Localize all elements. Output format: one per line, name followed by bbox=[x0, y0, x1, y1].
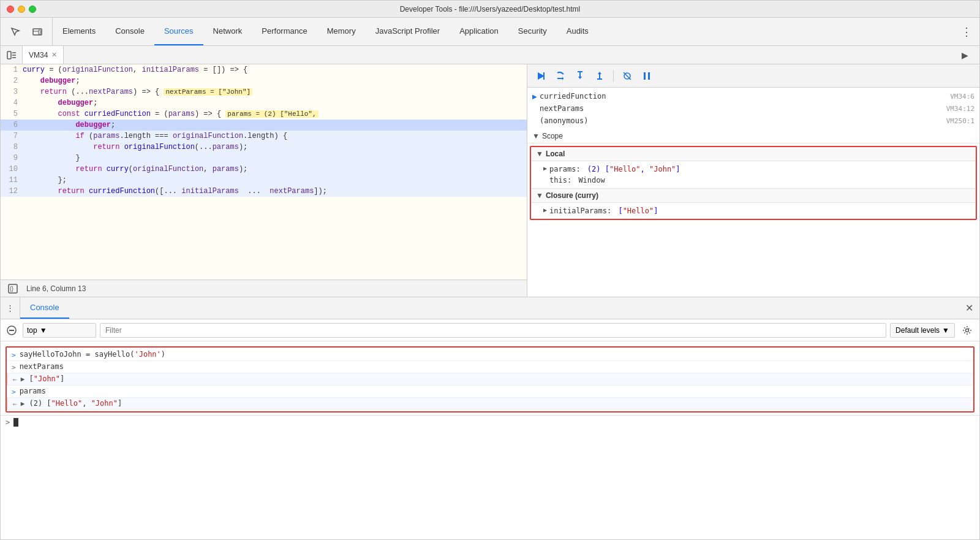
console-entry-text-4: ▶ (2) ["Hello", "John"] bbox=[21, 399, 968, 408]
closure-scope-header[interactable]: ▼ Closure (curry) bbox=[531, 188, 976, 203]
context-selector[interactable]: top ▼ bbox=[23, 323, 96, 338]
debugger-separator-1 bbox=[613, 70, 614, 82]
code-line-3: 3 return (...nextParams) => { nextParams… bbox=[1, 86, 527, 97]
console-tab-bar: ⋮ Console ✕ bbox=[1, 297, 979, 319]
svg-point-25 bbox=[966, 329, 969, 332]
tab-audits[interactable]: Audits bbox=[557, 18, 598, 45]
step-over-button[interactable] bbox=[552, 67, 569, 85]
main-content: VM34 ✕ ▶ 1 curry = (originalFunction, in… bbox=[1, 46, 979, 539]
tab-elements[interactable]: Elements bbox=[53, 18, 105, 45]
local-scope-arrow: ▼ bbox=[536, 150, 543, 158]
code-line-11: 11 }; bbox=[1, 175, 527, 186]
step-into-button[interactable] bbox=[571, 67, 589, 85]
close-button[interactable] bbox=[7, 6, 14, 13]
call-stack-item-1[interactable]: ▶ nextParams VM34:12 bbox=[527, 102, 979, 115]
minimize-button[interactable] bbox=[18, 6, 25, 13]
svg-text:{}: {} bbox=[10, 286, 13, 292]
svg-rect-3 bbox=[7, 51, 11, 59]
closure-scope-title: Closure (curry) bbox=[546, 191, 598, 200]
code-line-12: 12 return curriedFunction([... initialPa… bbox=[1, 186, 527, 197]
deactivate-breakpoints-button[interactable] bbox=[619, 67, 636, 85]
tab-sources[interactable]: Sources bbox=[154, 18, 203, 45]
devtools-window: Developer Tools - file:///Users/yazeed/D… bbox=[0, 0, 980, 540]
local-scope-header[interactable]: ▼ Local bbox=[531, 147, 976, 161]
console-red-border-section: > sayHelloToJohn = sayHello('John') > ne… bbox=[6, 346, 974, 413]
code-lines[interactable]: 1 curry = (originalFunction, initialPara… bbox=[1, 64, 527, 280]
console-filter-input[interactable] bbox=[100, 323, 886, 338]
console-entry-arrow-4: ← bbox=[13, 399, 17, 408]
cursor-position: Line 6, Column 13 bbox=[26, 284, 86, 293]
scope-red-border: ▼ Local ▶ params: (2) ["Hello", "John"] … bbox=[530, 146, 977, 220]
code-line-9: 9 } bbox=[1, 153, 527, 164]
scope-params-item[interactable]: ▶ params: (2) ["Hello", "John"] bbox=[531, 164, 976, 175]
console-entry-arrow-3: > bbox=[12, 387, 16, 396]
resume-button[interactable] bbox=[532, 67, 549, 85]
console-input-line[interactable]: > bbox=[1, 415, 979, 429]
console-filter-bar: top ▼ Default levels ▼ bbox=[1, 319, 979, 341]
svg-rect-22 bbox=[648, 72, 650, 80]
maximize-button[interactable] bbox=[29, 6, 36, 13]
call-stack-name-1: nextParams bbox=[540, 104, 946, 113]
code-panel: 1 curry = (originalFunction, initialPara… bbox=[1, 64, 527, 297]
tab-application[interactable]: Application bbox=[450, 18, 508, 45]
show-snippets-button[interactable]: ▶ bbox=[955, 46, 974, 65]
call-stack-item-2[interactable]: ▶ (anonymous) VM250:1 bbox=[527, 115, 979, 127]
console-cursor bbox=[13, 418, 18, 427]
scope-initialparams-arrow: ▶ bbox=[543, 207, 547, 213]
code-line-1: 1 curry = (originalFunction, initialPara… bbox=[1, 64, 527, 75]
scope-collapse-arrow: ▼ bbox=[532, 132, 540, 140]
console-entry-2[interactable]: ← ▶ ["John"] bbox=[7, 373, 973, 386]
tab-console[interactable]: Console bbox=[105, 18, 154, 45]
console-tab[interactable]: Console bbox=[20, 297, 69, 319]
closure-scope-arrow: ▼ bbox=[536, 191, 543, 200]
closure-scope-content: ▶ initialParams: ["Hello"] bbox=[531, 203, 976, 219]
file-tab-right: ▶ bbox=[950, 46, 979, 64]
tab-javascript-profiler[interactable]: JavaScript Profiler bbox=[366, 18, 450, 45]
code-line-8: 8 return originalFunction(...params); bbox=[1, 142, 527, 153]
device-toolbar-button[interactable] bbox=[28, 22, 47, 42]
console-entry-arrow-0: > bbox=[12, 350, 16, 359]
svg-rect-1 bbox=[39, 30, 40, 34]
console-output[interactable]: > sayHelloToJohn = sayHello('John') > ne… bbox=[1, 341, 979, 539]
inspect-element-button[interactable] bbox=[6, 22, 25, 42]
svg-line-20 bbox=[624, 72, 631, 80]
scope-this-item[interactable]: ▶ this: Window bbox=[531, 175, 976, 186]
call-stack-loc-2: VM250:1 bbox=[946, 117, 974, 125]
close-tab-button[interactable]: ✕ bbox=[51, 51, 57, 59]
local-scope-title: Local bbox=[546, 150, 565, 158]
call-stack-item-0[interactable]: ▶ curriedFunction VM34:6 bbox=[527, 90, 979, 102]
console-entry-arrow-2: ← bbox=[13, 375, 17, 384]
tab-network[interactable]: Network bbox=[203, 18, 252, 45]
code-line-5: 5 const curriedFunction = (params) => { … bbox=[1, 108, 527, 120]
more-tabs-button[interactable]: ⋮ bbox=[954, 18, 979, 45]
traffic-lights bbox=[7, 6, 36, 13]
console-entry-4[interactable]: ← ▶ (2) ["Hello", "John"] bbox=[7, 398, 973, 410]
console-prompt-arrow: > bbox=[6, 418, 10, 427]
call-stack-loc-0: VM34:6 bbox=[950, 93, 974, 101]
console-entry-text-3: params bbox=[20, 387, 968, 395]
tab-security[interactable]: Security bbox=[508, 18, 557, 45]
title-bar: Developer Tools - file:///Users/yazeed/D… bbox=[1, 1, 979, 18]
levels-dropdown-arrow: ▼ bbox=[942, 326, 949, 335]
nav-icons bbox=[1, 18, 53, 45]
scope-initialparams-item[interactable]: ▶ initialParams: ["Hello"] bbox=[531, 205, 976, 216]
console-entry-1[interactable]: > nextParams bbox=[7, 361, 973, 373]
close-console-button[interactable]: ✕ bbox=[959, 297, 979, 319]
svg-rect-10 bbox=[543, 72, 545, 80]
tab-memory[interactable]: Memory bbox=[317, 18, 366, 45]
console-drawer-menu[interactable]: ⋮ bbox=[1, 297, 20, 319]
pretty-print-icon[interactable]: {} bbox=[7, 283, 19, 295]
code-line-7: 7 if (params.length === originalFunction… bbox=[1, 131, 527, 142]
console-settings-button[interactable] bbox=[959, 322, 976, 339]
svg-marker-17 bbox=[598, 72, 601, 74]
scope-section-header[interactable]: ▼ Scope bbox=[527, 129, 979, 143]
tab-performance[interactable]: Performance bbox=[252, 18, 317, 45]
vm34-tab[interactable]: VM34 ✕ bbox=[23, 46, 64, 64]
pause-on-exceptions-button[interactable] bbox=[638, 67, 655, 85]
step-out-button[interactable] bbox=[591, 67, 608, 85]
clear-console-button[interactable] bbox=[4, 323, 19, 338]
console-entry-0[interactable]: > sayHelloToJohn = sayHello('John') bbox=[7, 349, 973, 361]
console-levels-button[interactable]: Default levels ▼ bbox=[890, 323, 955, 338]
show-navigator-button[interactable] bbox=[1, 46, 23, 64]
console-entry-3[interactable]: > params bbox=[7, 386, 973, 398]
